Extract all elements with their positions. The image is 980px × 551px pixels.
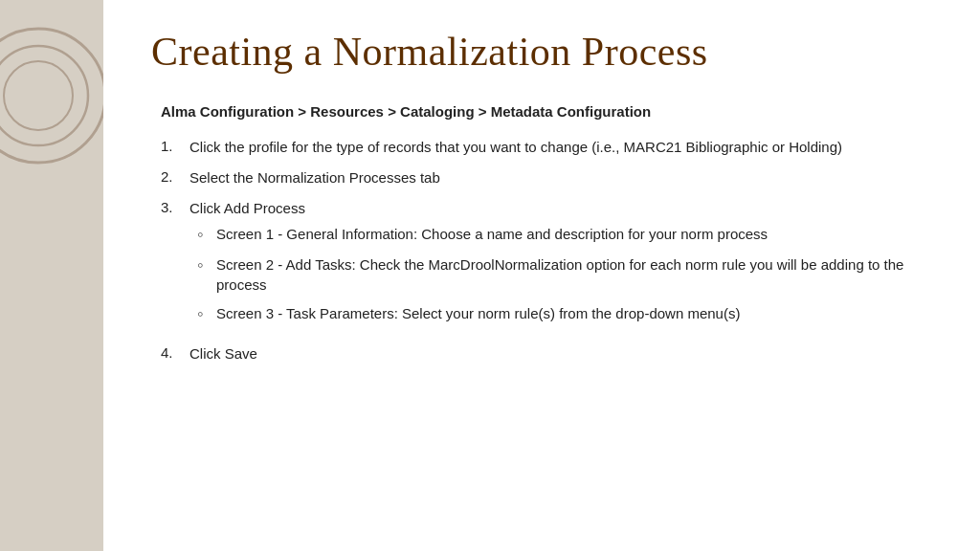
step-1-text: Click the profile for the type of record…: [189, 137, 932, 158]
sub-item-3: ◦ Screen 3 - Task Parameters: Select you…: [189, 303, 932, 325]
bullet-2: ◦: [189, 254, 216, 276]
steps-list: 1. Click the profile for the type of rec…: [161, 137, 932, 364]
main-content: Creating a Normalization Process Alma Co…: [103, 0, 980, 551]
step-4: 4. Click Save: [161, 343, 932, 364]
sub-item-3-text: Screen 3 - Task Parameters: Select your …: [216, 303, 932, 324]
breadcrumb: Alma Configuration > Resources > Catalog…: [161, 101, 932, 121]
svg-point-2: [4, 61, 73, 130]
sub-item-1: ◦ Screen 1 - General Information: Choose…: [189, 224, 932, 246]
step-3-text: Click Add Process: [189, 198, 932, 219]
step-2-number: 2.: [161, 167, 189, 185]
sub-list: ◦ Screen 1 - General Information: Choose…: [189, 224, 932, 333]
step-4-text: Click Save: [189, 343, 932, 364]
step-2-text: Select the Normalization Processes tab: [189, 167, 932, 188]
step-3-number: 3.: [161, 198, 189, 215]
sub-item-1-text: Screen 1 - General Information: Choose a…: [216, 224, 932, 245]
sidebar: [0, 0, 103, 551]
step-2: 2. Select the Normalization Processes ta…: [161, 167, 932, 188]
bullet-3: ◦: [189, 303, 216, 325]
sub-item-2: ◦ Screen 2 - Add Tasks: Check the MarcDr…: [189, 254, 932, 297]
page-title: Creating a Normalization Process: [151, 29, 932, 75]
step-3: 3. Click Add Process ◦ Screen 1 - Genera…: [161, 198, 932, 334]
step-4-number: 4.: [161, 343, 189, 361]
bullet-1: ◦: [189, 224, 216, 246]
step-1: 1. Click the profile for the type of rec…: [161, 137, 932, 158]
content-area: Alma Configuration > Resources > Catalog…: [151, 101, 932, 364]
step-1-number: 1.: [161, 137, 189, 154]
sub-item-2-text: Screen 2 - Add Tasks: Check the MarcDroo…: [216, 254, 932, 297]
